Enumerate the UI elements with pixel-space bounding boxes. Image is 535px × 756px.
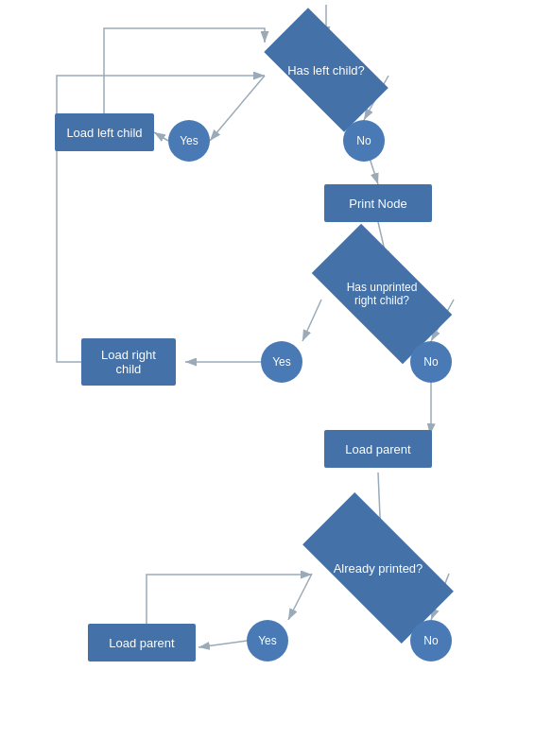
load-parent-node: Load parent (324, 430, 432, 468)
load-right-child-node: Load rightchild (81, 338, 176, 386)
has-left-child-diamond: Has left child? (260, 33, 392, 107)
svg-line-3 (154, 132, 168, 141)
no-left-label: No (356, 134, 371, 147)
load-parent-label: Load parent (345, 442, 410, 456)
yes-left-label: Yes (180, 134, 198, 147)
load-parent2-node: Load parent (88, 624, 196, 662)
no-right-circle: No (410, 341, 452, 383)
svg-line-2 (210, 76, 265, 141)
svg-line-14 (198, 641, 247, 647)
already-printed-diamond: Already printed? (302, 527, 454, 609)
load-parent2-label: Load parent (109, 636, 174, 650)
load-left-child-node: Load left child (55, 113, 154, 151)
yes-ap-label: Yes (258, 634, 277, 647)
has-left-child-label: Has left child? (287, 63, 365, 77)
yes-left-circle: Yes (168, 120, 210, 162)
has-right-child-label: Has unprintedright child? (347, 281, 418, 307)
print-node: Print Node (324, 184, 432, 222)
load-left-child-label: Load left child (66, 126, 142, 140)
has-right-child-diamond: Has unprintedright child? (312, 255, 452, 333)
yes-right-label: Yes (272, 355, 291, 369)
load-right-child-label: Load rightchild (101, 348, 156, 376)
already-printed-label: Already printed? (334, 561, 423, 576)
yes-ap-circle: Yes (247, 620, 288, 662)
no-left-circle: No (343, 120, 385, 162)
print-node-label: Print Node (349, 197, 406, 211)
no-ap-label: No (423, 634, 438, 647)
no-ap-circle: No (410, 620, 452, 662)
no-right-label: No (423, 355, 438, 369)
yes-right-circle: Yes (261, 341, 302, 383)
